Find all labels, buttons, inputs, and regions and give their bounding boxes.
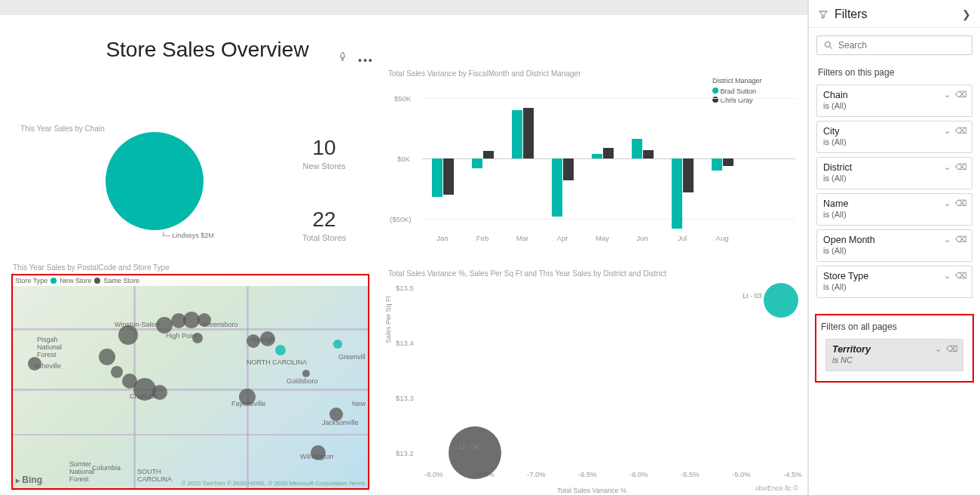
- filters-panel: Filters ❯ Filters on this page Chainis (…: [808, 0, 980, 495]
- kpi-new-stores-num: 10: [279, 136, 369, 160]
- bar[interactable]: [443, 158, 454, 195]
- bar[interactable]: [563, 158, 574, 180]
- filter-card[interactable]: Chainis (All)⌄⌫: [816, 85, 972, 117]
- footer-credit: obviEnce llc ©: [755, 484, 798, 492]
- search-input-wrap[interactable]: [816, 35, 972, 55]
- eraser-icon[interactable]: ⌫: [955, 271, 967, 281]
- collapse-icon[interactable]: ❯: [962, 8, 971, 20]
- eraser-icon[interactable]: ⌫: [955, 162, 967, 172]
- bar[interactable]: [523, 108, 534, 158]
- chevron-down-icon[interactable]: ⌄: [944, 90, 951, 100]
- bubble-li03[interactable]: [764, 283, 798, 318]
- scatter-yaxis-label: Sales Per Sq Ft: [384, 296, 392, 343]
- scatter-chart[interactable]: Sales Per Sq Ft Total Sales Variance % $…: [388, 283, 795, 487]
- filters-title: Filters: [835, 8, 962, 21]
- month-label: Jun: [624, 234, 660, 242]
- kpi-new-stores-label: New Stores: [279, 161, 369, 171]
- filters-allpages-highlight: Filters on all pages Territory is NC ⌄⌫: [815, 314, 974, 383]
- bar[interactable]: [683, 158, 694, 192]
- filters-page-section: Filters on this page: [809, 64, 980, 81]
- kpi-total-stores-label: Total Stores: [279, 233, 369, 242]
- filter-card[interactable]: Nameis (All)⌄⌫: [816, 193, 972, 226]
- scatter-title: Total Sales Variance %, Sales Per Sq Ft …: [388, 269, 666, 278]
- kpi-total-stores-num: 22: [279, 208, 369, 232]
- filter-icon: [818, 9, 828, 20]
- month-label: Feb: [464, 234, 501, 242]
- month-label: Jul: [664, 234, 700, 242]
- filter-card[interactable]: Store Typeis (All)⌄⌫: [816, 266, 972, 298]
- map-attribution: © 2020 TomTom © 2020 HERE, © 2020 Micros…: [181, 480, 365, 487]
- bar[interactable]: [472, 158, 482, 168]
- eraser-icon[interactable]: ⌫: [955, 90, 967, 100]
- bar[interactable]: [632, 139, 642, 158]
- chevron-down-icon[interactable]: ⌄: [944, 271, 951, 281]
- bar[interactable]: [603, 148, 614, 158]
- chevron-down-icon[interactable]: ⌄: [944, 162, 951, 172]
- more-options-icon[interactable]: •••: [358, 54, 374, 66]
- bar[interactable]: [432, 158, 443, 197]
- bar[interactable]: [672, 158, 682, 229]
- bing-logo: ▸ Bing: [16, 475, 42, 485]
- pin-icon[interactable]: [338, 51, 348, 65]
- map-title: This Year Sales by PostalCode and Store …: [13, 263, 170, 272]
- search-icon: [823, 40, 834, 51]
- search-input[interactable]: [838, 40, 966, 51]
- new-store-dot-icon: [51, 278, 57, 284]
- kpi-new-stores[interactable]: 10 New Stores: [279, 136, 369, 171]
- filter-card[interactable]: Cityis (All)⌄⌫: [816, 121, 972, 153]
- state-label: NORTH CAROLINA: [247, 358, 307, 366]
- map-visual[interactable]: Store Type New Store Same Store NORTH CA…: [11, 274, 369, 490]
- bar-chart[interactable]: $50K $0K ($50K) JanFebMarAprMayJunJulAug: [388, 75, 795, 249]
- eraser-icon[interactable]: ⌫: [946, 344, 958, 354]
- pie-title: This Year Sales by Chain: [20, 125, 105, 133]
- bar[interactable]: [643, 150, 654, 158]
- month-label: Mar: [504, 234, 541, 242]
- pie-chart[interactable]: [106, 132, 204, 230]
- chevron-down-icon[interactable]: ⌄: [944, 198, 951, 208]
- chevron-down-icon[interactable]: ⌄: [944, 235, 951, 244]
- chevron-down-icon[interactable]: ⌄: [935, 344, 942, 354]
- bar[interactable]: [512, 110, 522, 158]
- bar[interactable]: [723, 158, 733, 166]
- filters-allpages-section: Filters on all pages: [818, 318, 971, 335]
- filter-card[interactable]: Districtis (All)⌄⌫: [816, 157, 972, 189]
- same-store-dot-icon: [94, 278, 100, 284]
- eraser-icon[interactable]: ⌫: [955, 198, 967, 208]
- filter-card[interactable]: Open Monthis (All)⌄⌫: [816, 229, 972, 262]
- chevron-down-icon[interactable]: ⌄: [944, 126, 951, 136]
- page-title: Store Sales Overview: [68, 38, 347, 62]
- filter-card-territory[interactable]: Territory is NC ⌄⌫: [825, 339, 963, 371]
- bar[interactable]: [552, 158, 562, 217]
- bar[interactable]: [592, 154, 602, 158]
- eraser-icon[interactable]: ⌫: [955, 235, 967, 244]
- scatter-xaxis-label: Total Sales Variance %: [557, 487, 626, 494]
- map-legend: Store Type New Store Same Store: [13, 275, 368, 286]
- bar[interactable]: [712, 158, 722, 171]
- pie-legend: └─ Lindseys $2M: [161, 232, 214, 239]
- top-bar: [0, 0, 807, 15]
- month-label: Aug: [704, 234, 740, 242]
- month-label: Jan: [424, 234, 461, 242]
- month-label: May: [584, 234, 620, 242]
- bubble-li04[interactable]: [449, 426, 501, 479]
- kpi-total-stores[interactable]: 22 Total Stores: [279, 208, 369, 242]
- month-label: Apr: [544, 234, 580, 242]
- bar[interactable]: [483, 151, 494, 158]
- svg-point-0: [825, 42, 830, 47]
- eraser-icon[interactable]: ⌫: [955, 126, 967, 136]
